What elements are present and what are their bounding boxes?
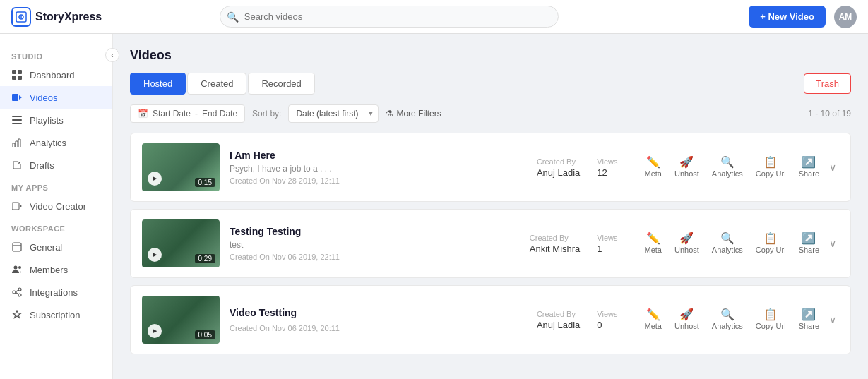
logo-icon	[11, 7, 31, 27]
analytics-button[interactable]: 🔍 Analytics	[706, 230, 749, 257]
sidebar-item-general[interactable]: General	[0, 236, 112, 258]
sidebar-collapse-button[interactable]: ‹	[105, 48, 119, 62]
page-title: Videos	[130, 48, 851, 63]
tab-hosted[interactable]: Hosted	[130, 73, 186, 95]
video-title: I Am Here	[230, 150, 513, 161]
expand-button[interactable]: ∨	[826, 159, 839, 176]
video-actions: ✏️ Meta 🚀 Unhost 🔍 Analytics 📋 Copy Url …	[638, 230, 839, 257]
meta-button[interactable]: ✏️ Meta	[638, 230, 667, 257]
general-icon	[11, 241, 23, 253]
sidebar-section-studio: Studio	[0, 45, 112, 64]
video-card: 0:05 Video Testting Created On Nov 06 20…	[130, 285, 851, 354]
copy-url-label: Copy Url	[756, 246, 786, 254]
svg-point-16	[14, 266, 18, 270]
unhost-button[interactable]: 🚀 Unhost	[669, 230, 705, 257]
stat-views: Views 1	[597, 234, 617, 254]
analytics-button[interactable]: 🔍 Analytics	[706, 154, 749, 181]
date-separator: -	[195, 109, 198, 119]
meta-label: Meta	[644, 169, 661, 178]
tab-recorded[interactable]: Recorded	[248, 73, 314, 95]
sidebar-item-playlists[interactable]: Playlists	[0, 109, 112, 131]
sidebar-item-video-creator[interactable]: Video Creator	[0, 195, 112, 217]
sidebar-item-drafts[interactable]: Drafts	[0, 154, 112, 176]
expand-button[interactable]: ∨	[826, 311, 839, 328]
unhost-button[interactable]: 🚀 Unhost	[669, 154, 705, 181]
sidebar-subscription-label: Subscription	[30, 310, 81, 320]
video-stats: Created By Anuj Ladia Views 0	[537, 310, 618, 330]
avatar: AM	[834, 6, 857, 28]
copy-url-button[interactable]: 📋 Copy Url	[750, 230, 792, 257]
more-filters-button[interactable]: ⚗ More Filters	[386, 109, 441, 119]
sidebar-integrations-label: Integrations	[30, 287, 78, 298]
creator-icon	[11, 200, 23, 212]
sidebar-playlists-label: Playlists	[30, 115, 64, 126]
created-by-value: Anuj Ladia	[537, 167, 580, 178]
sidebar-item-dashboard[interactable]: Dashboard	[0, 64, 112, 86]
play-button[interactable]	[148, 248, 162, 262]
analytics-btn-icon: 🔍	[720, 233, 735, 244]
play-button[interactable]	[148, 172, 162, 186]
share-label: Share	[799, 322, 819, 330]
members-icon	[11, 264, 23, 275]
svg-rect-3	[12, 70, 16, 74]
search-input[interactable]	[220, 6, 559, 28]
new-video-button[interactable]: + New Video	[749, 6, 826, 28]
svg-line-22	[16, 292, 18, 294]
share-icon: ↗️	[802, 157, 816, 168]
sidebar-item-members[interactable]: Members	[0, 258, 112, 281]
unhost-button[interactable]: 🚀 Unhost	[669, 306, 705, 333]
sort-label: Sort by:	[252, 109, 281, 119]
svg-rect-12	[12, 203, 19, 210]
sidebar-item-subscription[interactable]: Subscription	[0, 303, 112, 326]
meta-button[interactable]: ✏️ Meta	[638, 306, 667, 333]
sort-wrapper: Date (latest first) Date (oldest first) …	[288, 104, 379, 123]
share-button[interactable]: ↗️ Share	[793, 230, 825, 257]
expand-button[interactable]: ∨	[826, 235, 839, 252]
share-button[interactable]: ↗️ Share	[793, 306, 825, 333]
results-count: 1 - 10 of 19	[808, 109, 851, 119]
trash-button[interactable]: Trash	[804, 73, 851, 94]
share-button[interactable]: ↗️ Share	[793, 154, 825, 181]
meta-button[interactable]: ✏️ Meta	[638, 154, 667, 181]
subscription-icon	[11, 309, 23, 320]
video-duration: 0:05	[195, 330, 215, 339]
copy-url-icon: 📋	[763, 157, 778, 168]
copy-url-button[interactable]: 📋 Copy Url	[750, 154, 792, 181]
meta-icon: ✏️	[646, 309, 660, 320]
stat-created-by: Created By Anuj Ladia	[537, 157, 580, 178]
sidebar-creator-label: Video Creator	[30, 201, 86, 212]
unhost-icon: 🚀	[679, 309, 694, 320]
copy-url-icon: 📋	[763, 233, 778, 244]
svg-rect-10	[12, 119, 22, 121]
video-thumbnail: 0:29	[142, 219, 220, 267]
sidebar-item-analytics[interactable]: Analytics	[0, 131, 112, 154]
tab-created[interactable]: Created	[187, 73, 246, 95]
sidebar-item-integrations[interactable]: Integrations	[0, 281, 112, 303]
sort-select[interactable]: Date (latest first) Date (oldest first) …	[288, 104, 379, 123]
created-by-value: Anuj Ladia	[537, 320, 580, 330]
unhost-label: Unhost	[674, 322, 699, 330]
stat-created-by: Created By Anuj Ladia	[537, 310, 580, 330]
filter-icon: ⚗	[386, 109, 393, 119]
analytics-icon	[11, 137, 23, 148]
svg-point-18	[13, 291, 16, 294]
video-created-date: Created On Nov 06 2019, 22:11	[230, 253, 506, 261]
meta-label: Meta	[644, 246, 661, 254]
views-value: 12	[597, 167, 617, 178]
stat-views: Views 12	[597, 157, 617, 178]
copy-url-button[interactable]: 📋 Copy Url	[750, 306, 792, 333]
play-button[interactable]	[148, 324, 162, 338]
analytics-button[interactable]: 🔍 Analytics	[706, 306, 749, 333]
more-filters-label: More Filters	[396, 109, 441, 119]
svg-point-19	[18, 288, 21, 291]
search-bar: 🔍	[220, 6, 559, 28]
video-actions: ✏️ Meta 🚀 Unhost 🔍 Analytics 📋 Copy Url …	[638, 306, 839, 333]
date-range-picker[interactable]: 📅 Start Date - End Date	[130, 104, 245, 123]
analytics-btn-icon: 🔍	[720, 157, 735, 168]
analytics-label: Analytics	[712, 246, 743, 254]
video-description: Psych, I have a job to a . . .	[230, 164, 413, 174]
svg-rect-11	[12, 123, 22, 124]
sidebar-members-label: Members	[30, 265, 68, 275]
created-by-label: Created By	[530, 234, 581, 242]
sidebar-item-videos[interactable]: Videos	[0, 86, 112, 109]
